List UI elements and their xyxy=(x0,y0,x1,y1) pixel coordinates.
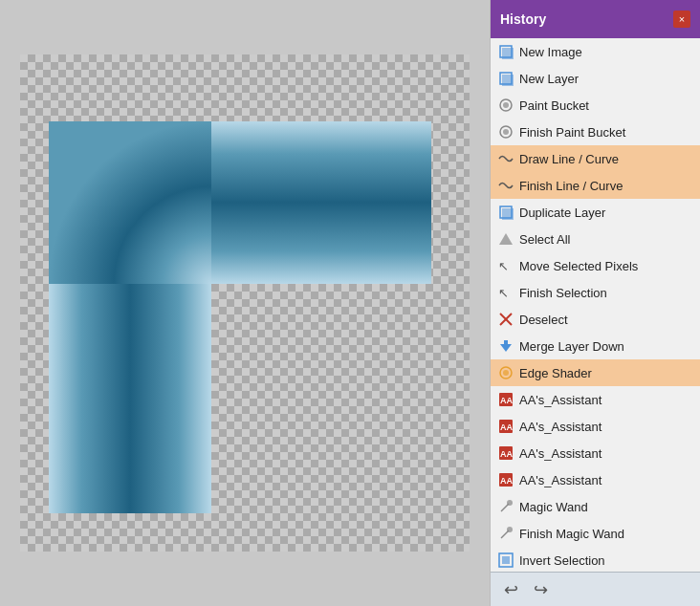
history-label-invert-selection: Invert Selection xyxy=(519,553,605,568)
history-label-finish-selection: Finish Selection xyxy=(519,286,607,300)
svg-point-15 xyxy=(503,102,509,108)
history-icon-draw-line-curve xyxy=(498,151,514,166)
history-icon-duplicate-layer xyxy=(498,205,514,220)
svg-text:↖: ↖ xyxy=(498,259,509,273)
svg-rect-19 xyxy=(502,208,514,220)
close-button[interactable]: × xyxy=(673,11,690,28)
history-item-finish-line-curve[interactable]: Finish Line / Curve xyxy=(491,172,700,199)
history-item-invert-selection[interactable]: Invert Selection xyxy=(491,547,700,572)
svg-text:AA: AA xyxy=(500,449,513,459)
history-item-select-all[interactable]: Select All xyxy=(491,226,700,252)
history-label-magic-wand: Magic Wand xyxy=(519,500,588,514)
history-label-aas-assistant-3: AA's_Assistant xyxy=(519,446,602,461)
history-icon-new-image xyxy=(498,44,514,59)
history-item-aas-assistant-3[interactable]: AAAA's_Assistant xyxy=(491,440,700,466)
history-item-move-selected-pixels[interactable]: ↖Move Selected Pixels xyxy=(491,252,700,279)
undo-button[interactable]: ↩ xyxy=(500,577,522,602)
svg-rect-8 xyxy=(49,485,211,513)
history-item-aas-assistant-1[interactable]: AAAA's_Assistant xyxy=(491,386,700,413)
history-icon-paint-bucket xyxy=(498,97,514,113)
history-icon-deselect xyxy=(498,312,514,327)
history-header: History × xyxy=(491,0,700,38)
history-label-new-layer: New Layer xyxy=(519,72,579,86)
history-list[interactable]: New ImageNew LayerPaint BucketFinish Pai… xyxy=(491,38,700,572)
history-label-move-selected-pixels: Move Selected Pixels xyxy=(519,259,638,273)
history-label-paint-bucket: Paint Bucket xyxy=(519,98,589,113)
svg-rect-5 xyxy=(49,121,211,284)
svg-marker-20 xyxy=(499,233,513,245)
svg-point-28 xyxy=(503,370,509,376)
history-item-new-image[interactable]: New Image xyxy=(491,38,700,65)
history-label-aas-assistant-2: AA's_Assistant xyxy=(519,420,602,434)
svg-text:AA: AA xyxy=(500,476,513,486)
canvas-area xyxy=(0,0,490,606)
history-icon-move-selected-pixels: ↖ xyxy=(498,258,514,273)
history-label-edge-shader: Edge Shader xyxy=(519,366,592,380)
canvas-wrapper xyxy=(20,54,470,552)
history-label-aas-assistant-1: AA's_Assistant xyxy=(519,393,602,407)
svg-rect-26 xyxy=(504,340,508,345)
history-icon-aas-assistant-3: AA xyxy=(498,445,514,461)
svg-marker-25 xyxy=(500,344,512,352)
history-item-finish-paint-bucket[interactable]: Finish Paint Bucket xyxy=(491,119,700,145)
history-icon-finish-paint-bucket xyxy=(498,124,514,140)
svg-text:↖: ↖ xyxy=(498,286,509,300)
history-item-new-layer[interactable]: New Layer xyxy=(491,65,700,92)
history-label-duplicate-layer: Duplicate Layer xyxy=(519,206,605,220)
history-label-merge-layer-down: Merge Layer Down xyxy=(519,339,624,354)
history-item-merge-layer-down[interactable]: Merge Layer Down xyxy=(491,333,700,359)
svg-rect-11 xyxy=(502,48,514,59)
history-label-finish-paint-bucket: Finish Paint Bucket xyxy=(519,125,625,140)
svg-text:AA: AA xyxy=(500,396,513,405)
svg-line-39 xyxy=(501,530,509,538)
history-label-finish-magic-wand: Finish Magic Wand xyxy=(519,527,624,541)
history-panel: History × New ImageNew LayerPaint Bucket… xyxy=(490,0,700,606)
redo-button[interactable]: ↪ xyxy=(530,577,552,602)
history-icon-aas-assistant-4: AA xyxy=(498,472,514,487)
history-item-magic-wand[interactable]: Magic Wand xyxy=(491,493,700,520)
svg-point-40 xyxy=(507,527,513,532)
history-item-draw-line-curve[interactable]: Draw Line / Curve xyxy=(491,145,700,172)
history-item-deselect[interactable]: Deselect xyxy=(491,306,700,333)
history-icon-aas-assistant-1: AA xyxy=(498,392,514,407)
history-icon-finish-magic-wand xyxy=(498,526,514,541)
svg-rect-42 xyxy=(502,556,510,564)
history-label-aas-assistant-4: AA's_Assistant xyxy=(519,473,602,487)
history-label-select-all: Select All xyxy=(519,232,570,247)
history-icon-invert-selection xyxy=(498,552,514,568)
history-icon-finish-selection: ↖ xyxy=(498,285,514,300)
history-item-finish-magic-wand[interactable]: Finish Magic Wand xyxy=(491,520,700,547)
history-item-aas-assistant-2[interactable]: AAAA's_Assistant xyxy=(491,413,700,440)
svg-rect-13 xyxy=(502,75,514,86)
history-icon-merge-layer-down xyxy=(498,338,514,354)
history-icon-edge-shader xyxy=(498,365,514,380)
history-icon-magic-wand xyxy=(498,499,514,514)
history-item-edge-shader[interactable]: Edge Shader xyxy=(491,359,700,386)
svg-point-17 xyxy=(503,129,509,135)
svg-line-37 xyxy=(501,504,509,511)
history-item-aas-assistant-4[interactable]: AAAA's_Assistant xyxy=(491,466,700,493)
history-title: History xyxy=(500,11,546,27)
history-icon-aas-assistant-2: AA xyxy=(498,419,514,434)
history-item-paint-bucket[interactable]: Paint Bucket xyxy=(491,92,700,119)
history-label-new-image: New Image xyxy=(519,45,582,59)
history-icon-select-all xyxy=(498,231,514,247)
history-label-draw-line-curve: Draw Line / Curve xyxy=(519,152,619,166)
svg-text:AA: AA xyxy=(500,422,513,432)
svg-point-38 xyxy=(507,500,513,506)
history-item-finish-selection[interactable]: ↖Finish Selection xyxy=(491,279,700,306)
history-icon-finish-line-curve xyxy=(498,178,514,193)
history-item-duplicate-layer[interactable]: Duplicate Layer xyxy=(491,199,700,226)
history-label-finish-line-curve: Finish Line / Curve xyxy=(519,179,623,193)
history-footer: ↩ ↪ xyxy=(491,572,700,606)
history-icon-new-layer xyxy=(498,71,514,86)
history-label-deselect: Deselect xyxy=(519,313,568,327)
